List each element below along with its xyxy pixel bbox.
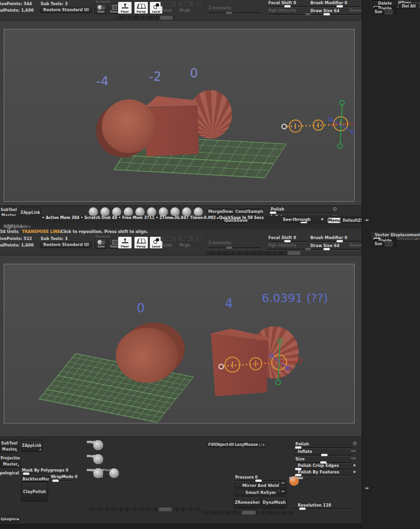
brush-thumbnail-icon[interactable]: [194, 207, 203, 217]
zsub-label[interactable]: Zsub: [161, 243, 172, 247]
m-button[interactable]: M: [196, 1, 203, 7]
draw-size-slider[interactable]: [310, 248, 361, 250]
delete-button[interactable]: Delete: [372, 0, 398, 6]
persp-button[interactable]: Persp: [134, 236, 148, 249]
backfacemask-button[interactable]: BackfaceMask: [22, 476, 49, 482]
brush-thumbnail-icon[interactable]: [182, 207, 191, 217]
draw-size-slider[interactable]: [310, 13, 361, 15]
total-points-label: alPoints: 1,600: [0, 8, 34, 13]
dock-strip[interactable]: [86, 508, 201, 511]
subtool-master-button[interactable]: SubTool Master: [0, 440, 19, 453]
zplugin-tab[interactable]: Zplugincw: [0, 516, 20, 522]
projection-master-button[interactable]: Projection Master: [0, 455, 21, 468]
zremesher-button[interactable]: ZRemesher: [234, 496, 260, 508]
menu-item[interactable]: Zscript: [4, 224, 20, 229]
transpose-gizmo-2[interactable]: [4, 264, 355, 423]
polish-toggle-icon[interactable]: [353, 442, 357, 445]
pressure-slider[interactable]: [235, 480, 280, 482]
units-label: 54 Units: [0, 229, 19, 234]
brush-thumbnail-icon[interactable]: [135, 207, 145, 217]
brush-thumbnail-icon[interactable]: [159, 207, 168, 217]
persp-icon: [137, 239, 146, 243]
action-button[interactable]: LazyMouse: [234, 442, 259, 447]
brush-thumbnail-icon[interactable]: [124, 207, 133, 217]
floor-button[interactable]: Floor: [118, 1, 132, 14]
material-item[interactable]: MP_CHAV: [289, 476, 303, 490]
brush-thumbnail-icon[interactable]: [100, 207, 110, 217]
zapplink-button[interactable]: ZAppLink: [21, 440, 42, 452]
zadd-button[interactable]: Zadd: [161, 1, 176, 7]
crisp-dot-icon[interactable]: [353, 464, 356, 466]
panel-stub-icon[interactable]: [280, 480, 286, 485]
transpose-status-bar: 54 Units TRANSPOSE LINE▸ Click to reposi…: [0, 229, 362, 234]
rgb-button[interactable]: Rgb: [178, 1, 194, 7]
mergedown-button[interactable]: MergeDown: [208, 209, 233, 214]
zsub-label[interactable]: Zsub: [161, 8, 172, 13]
floor-icon: [122, 3, 128, 8]
dock-strip[interactable]: [205, 251, 301, 255]
dock-strip[interactable]: [116, 16, 174, 20]
polish-slider[interactable]: [267, 212, 332, 214]
dock-strip[interactable]: [201, 511, 294, 515]
transpose-hint-label: Click to reposition. Press shift to alig…: [61, 229, 148, 234]
panel-scroll-icon[interactable]: ◀▶: [363, 486, 371, 490]
z-intensity-label: Z Intensity: [209, 6, 231, 10]
rgb-intensity-slider[interactable]: [268, 248, 308, 250]
dynamesh-button[interactable]: DynaMesh: [261, 496, 287, 508]
rel-toggle[interactable]: Rel: [385, 9, 393, 14]
solo-button[interactable]: Solo: [95, 238, 107, 249]
rgb-button[interactable]: Rgb: [178, 236, 194, 241]
canvas-1[interactable]: -4 -2 0: [4, 29, 355, 202]
brush-thumbnail-icon[interactable]: [89, 207, 98, 217]
draw-size-label: Draw Size 64: [310, 243, 339, 248]
solo-icon: [98, 5, 105, 10]
brush-thumbnail-icon[interactable]: [112, 207, 121, 217]
suv-toggle[interactable]: Suv: [373, 9, 384, 14]
subtools-count-label: Sub Tools: 3: [41, 236, 68, 241]
focal-shift-slider[interactable]: [268, 5, 308, 7]
zadd-button[interactable]: Zadd: [161, 236, 176, 241]
persp-button[interactable]: Persp: [134, 1, 148, 14]
features-dot-icon[interactable]: [353, 471, 356, 473]
resolution-slider[interactable]: [293, 508, 351, 510]
topological-button[interactable]: pological: [0, 471, 19, 475]
m-button[interactable]: M: [196, 236, 203, 241]
restore-standard-ui-button[interactable]: Restore Standard UI: [40, 242, 92, 248]
constsamples-button[interactable]: ConstSamples: [235, 209, 264, 214]
polish-slider[interactable]: [293, 446, 351, 449]
local-icon: [154, 238, 159, 243]
action-button[interactable]: FillObject: [208, 442, 229, 447]
del-all-button[interactable]: Del All: [399, 3, 419, 9]
focal-shift-slider[interactable]: [268, 240, 308, 242]
panel-scroll-icon[interactable]: ◀▶: [363, 218, 371, 222]
suv-toggle[interactable]: Suv: [373, 241, 384, 247]
solo-button[interactable]: Solo: [95, 3, 107, 14]
z-intensity-slider[interactable]: [209, 247, 261, 249]
menus-button[interactable]: Menus: [328, 218, 341, 223]
rel-toggle[interactable]: Rel: [385, 241, 393, 247]
polish-toggle-icon[interactable]: [333, 207, 336, 211]
brush-thumbnail-icon[interactable]: [170, 207, 180, 217]
brush-thumbnail-icon[interactable]: [147, 207, 156, 217]
rgb-intensity-label: Rgb Intensity: [268, 8, 297, 13]
xyz-axis-icon: xyz: [351, 449, 356, 452]
restore-standard-ui-button[interactable]: Restore Standard UI: [40, 7, 92, 13]
claypolish-button[interactable]: ClayPolish: [21, 482, 48, 501]
brush-modifier-slider[interactable]: [310, 5, 361, 7]
mrgb-label[interactable]: Mrgb: [179, 243, 190, 247]
inflate-slider[interactable]: [293, 454, 351, 456]
panel-stub-icon[interactable]: [280, 489, 286, 494]
brush-modifier-slider[interactable]: [310, 240, 361, 242]
floor-button[interactable]: Floor: [118, 236, 132, 249]
rgb-intensity-slider[interactable]: [268, 13, 308, 15]
transpose-gizmo-1[interactable]: [4, 29, 355, 202]
canvas-2[interactable]: 0 4 6.0391 (??): [4, 264, 355, 423]
rgb-intensity-label: Rgb Intensity: [268, 243, 297, 247]
z-intensity-slider[interactable]: [209, 12, 261, 14]
wrapmode-slider[interactable]: [51, 480, 74, 482]
mrgb-label[interactable]: Mrgb: [179, 8, 190, 13]
transp-icon: [112, 240, 118, 245]
resolution-label: Resolution 128: [298, 503, 331, 508]
zbrush-window: ivePoints: 544 alPoints: 1,600 Sub Tools…: [0, 0, 420, 529]
palette-section[interactable]: Vector Displacement Map: [371, 232, 420, 238]
